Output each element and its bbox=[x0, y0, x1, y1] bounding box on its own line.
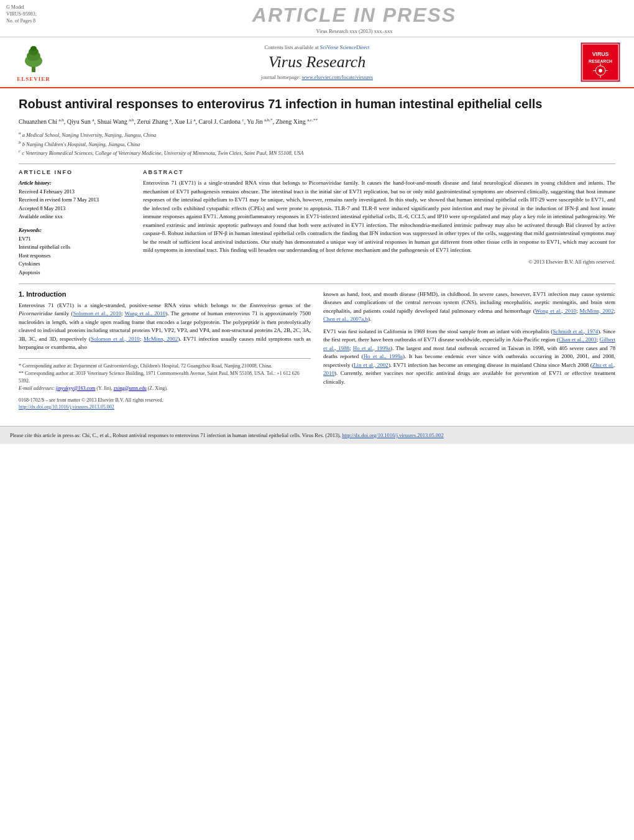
footnotes: * Corresponding author at: Department of… bbox=[19, 358, 311, 392]
footnote-corresponding2: ** Corresponding author at: 301F Veterin… bbox=[19, 370, 311, 385]
ref-ho1999a[interactable]: Ho et al., 1999a bbox=[353, 345, 390, 351]
g-model-label: G Model bbox=[6, 4, 81, 11]
elsevier-label: ELSEVIER bbox=[17, 76, 50, 82]
sciverse-line: Contents lists available at SciVerse Sci… bbox=[58, 44, 576, 50]
issn-line: 0168-1702/$ – see front matter © 2013 El… bbox=[19, 397, 311, 403]
sciverse-text: Contents lists available at bbox=[265, 44, 319, 50]
svg-text:VIRUS: VIRUS bbox=[592, 51, 609, 57]
intro-para1: Enterovirus 71 (EV71) is a single-strand… bbox=[19, 302, 311, 352]
affil-super: a,b,* bbox=[264, 118, 273, 122]
affiliations: a a Medical School, Nanjing University, … bbox=[19, 130, 615, 157]
doi-line: http://dx.doi.org/10.1016/j.virusres.201… bbox=[19, 404, 311, 410]
keyword-iec: Intestinal epithelial cells bbox=[19, 243, 131, 252]
homepage-label: journal homepage: bbox=[261, 74, 301, 80]
ref-schmidt1974[interactable]: Schmidt et al., 1974 bbox=[553, 328, 598, 335]
ref-wong2010[interactable]: Wong et al., 2010 bbox=[535, 308, 576, 314]
affil-b: b b Nanjing Children's Hospital, Nanjing… bbox=[19, 139, 615, 149]
footnote-email: E-mail addresses: jinyukyy@163.com (Y. J… bbox=[19, 385, 311, 392]
email-xing[interactable]: zxing@umn.edu bbox=[114, 385, 147, 391]
elsevier-branding: ELSEVIER bbox=[9, 42, 58, 82]
ref-chen2007[interactable]: Chen et al., 2007a,b bbox=[323, 316, 368, 322]
ref-ho1999ab[interactable]: Ho et al., 1999a bbox=[364, 353, 403, 359]
accepted-date: Accepted 8 May 2013 bbox=[19, 205, 131, 213]
keyword-cytokines: Cytokines bbox=[19, 260, 131, 269]
main-content: Robust antiviral responses to enteroviru… bbox=[0, 88, 634, 417]
ref-wang2010[interactable]: Wang et al., 2010 bbox=[124, 310, 165, 316]
ref-mcminn2002[interactable]: McMinn, 2002 bbox=[144, 336, 178, 342]
right-column: known as hand, foot, and mouth disease (… bbox=[323, 290, 615, 411]
left-column: 1. Introduction Enterovirus 71 (EV71) is… bbox=[19, 290, 311, 411]
affil-super: a,b bbox=[129, 118, 134, 122]
footnote-corresponding1: * Corresponding author at: Department of… bbox=[19, 362, 311, 370]
keyword-host: Host responses bbox=[19, 252, 131, 261]
history-label: Article history: bbox=[19, 179, 131, 188]
citation-text: Please cite this article in press as: Ch… bbox=[10, 432, 341, 438]
abstract-text: Enterovirus 71 (EV71) is a single-strand… bbox=[143, 179, 615, 255]
doi-link[interactable]: http://dx.doi.org/10.1016/j.virusres.201… bbox=[19, 404, 114, 410]
keywords-section: Keywords: EV71 Intestinal epithelial cel… bbox=[19, 226, 131, 277]
abstract-header: ABSTRACT bbox=[143, 169, 615, 175]
affil-a: a a Medical School, Nanjing University, … bbox=[19, 130, 615, 139]
affil-super: a bbox=[193, 118, 195, 122]
article-history: Article history: Received 4 February 201… bbox=[19, 179, 131, 221]
journal-banner: ELSEVIER Contents lists available at Sci… bbox=[0, 37, 634, 88]
homepage-link[interactable]: www.elsevier.com/locate/virusres bbox=[301, 74, 373, 80]
logo-svg: VIRUS RESEARCH bbox=[581, 42, 620, 82]
citation-doi-link[interactable]: http://dx.doi.org/10.1016/j.virusres.201… bbox=[342, 432, 443, 438]
journal-logo-area: VIRUS RESEARCH bbox=[576, 42, 625, 82]
email-jin[interactable]: jinyukyy@163.com bbox=[56, 385, 96, 391]
article-in-press-title: ARTICLE IN PRESS bbox=[81, 4, 628, 27]
affil-super: a,b bbox=[58, 118, 63, 122]
affil-super: a bbox=[170, 118, 172, 122]
keywords-label: Keywords: bbox=[19, 226, 131, 235]
body-content: 1. Introduction Enterovirus 71 (EV71) is… bbox=[19, 290, 615, 411]
copyright-line: © 2013 Elsevier B.V. All rights reserved… bbox=[143, 259, 615, 265]
ref-chan2003[interactable]: Chan et al., 2003 bbox=[558, 336, 596, 343]
sciverse-link[interactable]: SciVerse ScienceDirect bbox=[320, 44, 370, 50]
svg-point-10 bbox=[599, 69, 602, 73]
affil-super: a,c,** bbox=[307, 118, 318, 122]
svg-point-4 bbox=[30, 46, 37, 51]
ref-solomon2010[interactable]: Solomon et al., 2010 bbox=[73, 310, 121, 316]
journal-homepage: journal homepage: www.elsevier.com/locat… bbox=[58, 74, 576, 80]
model-ref: G Model VIRUS-95983; No. of Pages 8 bbox=[6, 4, 81, 25]
article-info-header: ARTICLE INFO bbox=[19, 169, 131, 175]
journal-info-center: Contents lists available at SciVerse Sci… bbox=[58, 44, 576, 80]
section-divider bbox=[19, 164, 615, 164]
intro-para2: known as hand, foot, and mouth disease (… bbox=[323, 290, 615, 324]
svg-text:RESEARCH: RESEARCH bbox=[589, 59, 612, 63]
affil-super: a bbox=[92, 118, 94, 122]
article-info-column: ARTICLE INFO Article history: Received 4… bbox=[19, 169, 131, 277]
ref-solomon2010b[interactable]: Solomon et al., 2010 bbox=[91, 336, 140, 342]
received-date: Received 4 February 2013 bbox=[19, 188, 131, 196]
affil-c: c c Veterinary Biomedical Sciences, Coll… bbox=[19, 148, 615, 157]
body-divider bbox=[19, 284, 615, 284]
journal-citation: Virus Research xxx (2013) xxx–xxx bbox=[81, 28, 628, 34]
intro-heading: 1. Introduction bbox=[19, 290, 311, 298]
journal-name: Virus Research bbox=[58, 53, 576, 72]
elsevier-tree-icon bbox=[15, 42, 52, 73]
ref-lin2002[interactable]: Lin et al., 2002 bbox=[354, 362, 388, 368]
article-title: Robust antiviral responses to enteroviru… bbox=[19, 96, 615, 112]
authors: Chuanzhen Chi a,b, Qiyu Sun a, Shuai Wan… bbox=[19, 117, 615, 126]
revised-date: Received in revised form 7 May 2013 bbox=[19, 196, 131, 205]
intro-para3: EV71 was first isolated in California in… bbox=[323, 328, 615, 387]
ref-mcminn2002b[interactable]: McMinn, 2002 bbox=[580, 308, 614, 314]
keyword-ev71: EV71 bbox=[19, 235, 131, 244]
top-header: G Model VIRUS-95983; No. of Pages 8 ARTI… bbox=[0, 0, 634, 37]
virus-research-logo: VIRUS RESEARCH bbox=[581, 42, 620, 82]
available-date: Available online xxx bbox=[19, 213, 131, 221]
citation-footer: Please cite this article in press as: Ch… bbox=[0, 426, 634, 445]
keyword-apoptosis: Apoptosis bbox=[19, 269, 131, 277]
abstract-column: ABSTRACT Enterovirus 71 (EV71) is a sing… bbox=[143, 169, 615, 277]
article-in-press-banner: ARTICLE IN PRESS Virus Research xxx (201… bbox=[81, 4, 628, 34]
issn-area: 0168-1702/$ – see front matter © 2013 El… bbox=[19, 397, 311, 410]
virus-ref: VIRUS-95983; bbox=[6, 11, 81, 17]
affil-super: c bbox=[242, 118, 244, 122]
info-abstract-area: ARTICLE INFO Article history: Received 4… bbox=[19, 169, 615, 277]
pages-label: No. of Pages 8 bbox=[6, 17, 81, 24]
